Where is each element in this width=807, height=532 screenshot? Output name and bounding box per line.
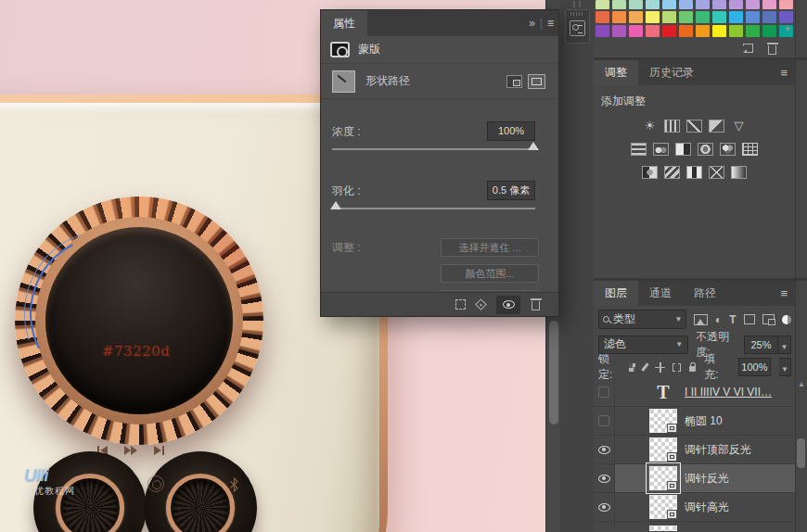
invert-icon[interactable]: [642, 166, 658, 179]
filter-smart-objects-icon[interactable]: [762, 314, 775, 324]
color-swatch[interactable]: [629, 25, 643, 37]
color-swatch[interactable]: [762, 0, 776, 9]
color-swatch[interactable]: [679, 0, 693, 9]
layer-thumbnail[interactable]: [649, 495, 677, 519]
layer-name[interactable]: 调针高光: [685, 500, 729, 515]
panel-menu-icon[interactable]: ≡: [780, 286, 795, 300]
scrollbar-thumb[interactable]: [549, 321, 558, 424]
tab-channels[interactable]: 通道: [638, 281, 683, 306]
filter-type-layers-icon[interactable]: T: [729, 314, 736, 325]
levels-icon[interactable]: [664, 120, 680, 133]
selective-color-icon[interactable]: [709, 166, 724, 179]
color-balance-icon[interactable]: [653, 143, 669, 156]
color-range-button[interactable]: 颜色范围...: [441, 264, 539, 283]
layer-name[interactable]: 调针顶部反光: [685, 442, 751, 458]
lock-transparent-pixels-icon[interactable]: [629, 363, 636, 372]
properties-panel-icon[interactable]: [570, 20, 585, 36]
feather-slider-track[interactable]: [332, 208, 535, 209]
layer-name[interactable]: I II IIIIV V VI VII…: [685, 386, 772, 399]
add-layer-mask-icon[interactable]: [506, 75, 522, 88]
curves-icon[interactable]: [686, 120, 702, 133]
opacity-dropdown[interactable]: ▼: [778, 336, 791, 354]
vibrance-icon[interactable]: ▽: [731, 120, 747, 133]
layer-thumbnail[interactable]: [649, 409, 677, 433]
color-swatch[interactable]: [712, 11, 726, 23]
filter-adjustment-layers-icon[interactable]: ◐: [715, 314, 722, 325]
color-swatch[interactable]: [612, 11, 626, 23]
fill-dropdown[interactable]: ▼: [779, 358, 791, 376]
color-swatch[interactable]: [662, 25, 676, 37]
color-swatch[interactable]: [679, 11, 693, 23]
lock-position-icon[interactable]: [655, 362, 664, 373]
color-swatch[interactable]: [746, 0, 760, 9]
channel-mixer-icon[interactable]: [720, 143, 736, 156]
shape-path-thumbnail[interactable]: [332, 70, 355, 93]
color-swatch[interactable]: [712, 25, 726, 37]
disable-mask-toggle[interactable]: [496, 296, 520, 314]
color-swatch[interactable]: [696, 11, 710, 23]
threshold-icon[interactable]: [686, 166, 702, 179]
color-swatch[interactable]: [596, 0, 609, 9]
color-swatch[interactable]: [746, 25, 760, 37]
layer-row[interactable]: TI II IIIIV V VI VII…: [594, 378, 795, 407]
layer-row[interactable]: 调针反光: [594, 464, 795, 493]
color-swatch[interactable]: [696, 25, 710, 37]
color-swatch[interactable]: [646, 0, 660, 9]
fill-value-field[interactable]: 100%: [738, 358, 771, 376]
layer-row[interactable]: 调针高光: [594, 493, 795, 522]
exposure-icon[interactable]: [709, 120, 724, 133]
color-swatch[interactable]: [779, 0, 793, 9]
panel-menu-icon[interactable]: ≡: [543, 17, 558, 30]
color-swatch[interactable]: [729, 11, 743, 23]
layer-name[interactable]: 椭圆 10: [685, 413, 723, 429]
delete-mask-icon[interactable]: [532, 301, 540, 310]
lock-all-icon[interactable]: [689, 366, 696, 372]
lock-artboard-icon[interactable]: [672, 363, 682, 372]
panel-menu-icon[interactable]: ≡: [780, 66, 795, 80]
color-swatch[interactable]: [679, 25, 693, 37]
collapse-panel-icon[interactable]: »: [524, 17, 540, 30]
density-value-field[interactable]: 100%: [487, 121, 535, 141]
color-swatch[interactable]: [629, 11, 643, 23]
color-swatch[interactable]: [729, 0, 743, 9]
brightness-contrast-icon[interactable]: ☀: [642, 120, 658, 133]
feather-slider-thumb[interactable]: [330, 201, 341, 209]
collapsed-properties-dock[interactable]: [565, 9, 590, 44]
filter-pixel-layers-icon[interactable]: [694, 314, 708, 325]
color-swatch[interactable]: [662, 0, 676, 9]
scrollbar-thumb[interactable]: [797, 438, 805, 468]
layer-thumbnail[interactable]: [649, 466, 677, 490]
opacity-value-field[interactable]: 25%: [744, 336, 778, 354]
posterize-icon[interactable]: [664, 166, 680, 179]
apply-mask-icon[interactable]: [475, 298, 487, 310]
filter-kind-select[interactable]: 类型 ▼: [598, 310, 686, 329]
layers-scrollbar[interactable]: ▲: [795, 378, 807, 532]
select-and-mask-button[interactable]: 选择并遮住 ...: [441, 238, 539, 257]
layer-visibility-toggle[interactable]: [594, 464, 615, 492]
scroll-up-icon[interactable]: ▲: [798, 380, 805, 388]
color-swatch[interactable]: [696, 0, 710, 9]
filter-on-off-toggle[interactable]: [782, 315, 791, 324]
color-lookup-icon[interactable]: [742, 143, 758, 156]
filter-shape-layers-icon[interactable]: [744, 314, 756, 324]
color-swatch[interactable]: [596, 11, 609, 23]
tab-paths[interactable]: 路径: [683, 281, 727, 306]
density-slider-track[interactable]: [332, 148, 535, 150]
feather-value-field[interactable]: 0.5 像素: [487, 181, 535, 200]
layer-visibility-toggle[interactable]: [594, 378, 615, 406]
text-layer-icon[interactable]: T: [649, 382, 677, 403]
tab-history[interactable]: 历史记录: [638, 60, 705, 85]
delete-swatch-icon[interactable]: [768, 45, 776, 55]
new-swatch-icon[interactable]: [743, 44, 753, 53]
color-swatch[interactable]: [646, 25, 660, 37]
density-slider-thumb[interactable]: [528, 142, 539, 150]
tab-properties[interactable]: 属性: [321, 10, 367, 36]
load-selection-icon[interactable]: [455, 299, 466, 310]
layer-thumbnail[interactable]: [649, 437, 677, 462]
gradient-map-icon[interactable]: [731, 166, 747, 179]
layer-row[interactable]: 调针顶部反光: [594, 436, 795, 464]
hue-saturation-icon[interactable]: [631, 143, 647, 156]
vector-mask-active-icon[interactable]: [528, 74, 545, 89]
color-swatch[interactable]: [762, 25, 776, 37]
layer-visibility-toggle[interactable]: [594, 493, 615, 521]
